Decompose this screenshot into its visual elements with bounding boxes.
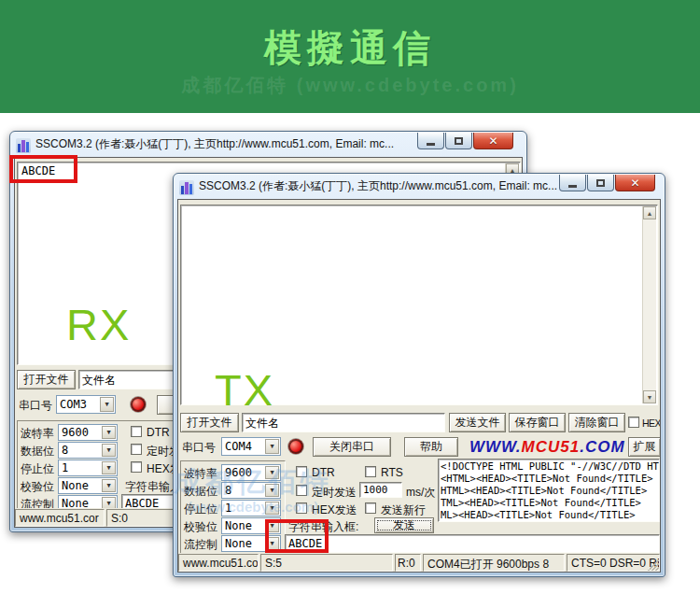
send-newline-checkbox[interactable] <box>365 502 376 514</box>
parity-select[interactable]: None ▼ <box>58 477 118 494</box>
banner-watermark: 成都亿佰特 (www.cdebyte.com) <box>0 73 700 98</box>
chevron-down-icon[interactable]: ▼ <box>265 502 279 515</box>
interval-unit-label: ms/次 <box>406 485 435 501</box>
close-button[interactable]: ✕ <box>473 133 513 149</box>
open-file-button[interactable]: 打开文件 <box>17 370 76 389</box>
flowctrl-label: 流控制 <box>184 537 217 553</box>
port-value: COM3 <box>60 398 87 411</box>
rts-label: RTS <box>381 466 403 479</box>
tx-statusbar: www.mcu51.cor S:5 R:0 COM4已打开 9600bps 8 … <box>178 553 660 572</box>
chevron-down-icon[interactable]: ▼ <box>265 466 279 479</box>
chevron-down-icon[interactable]: ▼ <box>100 397 114 412</box>
hex-display-checkbox[interactable] <box>628 417 639 428</box>
save-window-button[interactable]: 保存窗口 <box>509 413 566 432</box>
open-file-button[interactable]: 打开文件 <box>180 413 239 432</box>
rx-window-controls: ✕ <box>416 133 513 149</box>
dtr-checkbox[interactable] <box>131 426 142 437</box>
rx-direction-label: RX <box>66 299 131 350</box>
baud-label: 波特率 <box>184 466 217 482</box>
baud-select[interactable]: 9600 ▼ <box>221 464 281 481</box>
annotation-box-rx-received <box>9 155 77 183</box>
timed-send-checkbox[interactable] <box>296 485 307 496</box>
status-recv-count: R:0 <box>395 554 421 572</box>
port-label: 串口号 <box>182 440 216 456</box>
log-line: HTML><HEAD><TITLE>Not Found</TITLE> <box>441 485 657 497</box>
log-line: <HTML><HEAD><TITLE>Not Found</TITLE> <box>441 473 657 485</box>
hex-send-checkbox[interactable] <box>131 461 142 473</box>
dtr-label: DTR <box>312 466 335 479</box>
filename-field[interactable]: 文件名 <box>242 413 445 432</box>
hex-send-label: HEX发送 <box>312 502 357 518</box>
tx-client-area: TX ▲ ▼ 打开文件 文件名 发送文件 保存窗口 清除窗口 HEX显示 串口号… <box>177 199 661 573</box>
status-signals: CTS=0 DSR=0 RL <box>567 554 660 572</box>
parity-label: 校验位 <box>21 479 54 495</box>
chevron-down-icon[interactable]: ▼ <box>102 479 116 492</box>
sent-data-log[interactable]: <!DOCTYPE HTML PUBLIC "-//W3C//DTD HTML … <box>438 459 660 522</box>
send-newline-label: 发送新行 <box>381 502 426 518</box>
databits-label: 数据位 <box>184 484 217 500</box>
scroll-down-icon[interactable]: ▼ <box>643 390 656 403</box>
send-display-area[interactable]: TX ▲ ▼ <box>180 205 658 405</box>
timed-send-checkbox[interactable] <box>131 444 142 455</box>
maximize-button[interactable] <box>587 175 614 191</box>
tx-window-controls: ✕ <box>558 175 655 191</box>
databits-label: 数据位 <box>21 444 54 460</box>
scroll-up-icon[interactable]: ▲ <box>643 206 656 219</box>
resize-grip[interactable] <box>648 559 659 571</box>
tx-window: SSCOM3.2 (作者:聂小猛(丁丁), 主页http://www.mcu51… <box>173 173 665 577</box>
chevron-down-icon[interactable]: ▼ <box>265 484 279 497</box>
port-select[interactable]: COM4 ▼ <box>221 437 281 456</box>
port-status-icon <box>288 439 303 454</box>
minimize-button[interactable] <box>559 175 586 191</box>
status-port-info: COM4已打开 9600bps 8 <box>423 554 565 572</box>
maximize-button[interactable] <box>445 133 472 149</box>
send-button[interactable]: 发送 <box>374 517 434 533</box>
tx-direction-label: TX <box>215 364 274 416</box>
port-value: COM4 <box>225 440 252 453</box>
chevron-down-icon[interactable]: ▼ <box>102 444 116 457</box>
port-status-icon <box>131 397 146 412</box>
dtr-label: DTR <box>147 426 170 439</box>
baud-select[interactable]: 9600 ▼ <box>58 424 118 441</box>
rts-checkbox[interactable] <box>365 466 376 477</box>
log-line: ML><HEAD><TITLE>Not Found</TITLE> <box>441 509 657 521</box>
port-label: 串口号 <box>19 398 52 414</box>
log-line: <!DOCTYPE HTML PUBLIC "-//W3C//DTD HTML … <box>441 460 657 473</box>
banner: 模擬通信 成都亿佰特 (www.cdebyte.com) <box>0 0 700 113</box>
stopbits-select[interactable]: 1 ▼ <box>58 460 118 476</box>
close-button[interactable]: ✕ <box>615 175 655 191</box>
log-line: TML><HEAD><TITLE>Not Found</TITLE> <box>441 497 657 509</box>
status-sent-count: S:5 <box>260 554 393 572</box>
clear-window-button[interactable]: 清除窗口 <box>568 413 625 432</box>
page: 模擬通信 成都亿佰特 (www.cdebyte.com) SSCOM3.2 (作… <box>0 0 700 594</box>
hex-display-label: HEX显示 <box>642 417 661 431</box>
interval-input[interactable]: 1000 <box>359 482 402 498</box>
minimize-button[interactable] <box>417 133 444 149</box>
dtr-checkbox[interactable] <box>296 466 307 477</box>
port-select[interactable]: COM3 ▼ <box>56 395 116 414</box>
page-title: 模擬通信 <box>0 22 700 74</box>
annotation-box-tx-input <box>265 519 329 553</box>
baud-label: 波特率 <box>21 426 54 442</box>
tx-scrollbar[interactable]: ▲ ▼ <box>642 206 656 403</box>
string-input[interactable]: ABCDE <box>285 534 660 553</box>
status-site: www.mcu51.cor <box>15 509 105 527</box>
expand-button[interactable]: 扩展 <box>628 437 661 457</box>
databits-select[interactable]: 8 ▼ <box>221 482 281 499</box>
mcu51-logo: WWW.MCU51.COM <box>469 438 625 457</box>
stopbits-label: 停止位 <box>184 502 217 517</box>
chevron-down-icon[interactable]: ▼ <box>265 439 279 454</box>
send-file-button[interactable]: 发送文件 <box>449 413 506 432</box>
databits-select[interactable]: 8 ▼ <box>58 442 118 459</box>
app-icon <box>16 138 31 153</box>
parity-label: 校验位 <box>184 519 217 535</box>
timed-send-label: 定时发送 <box>312 485 357 501</box>
app-icon <box>179 180 194 195</box>
stopbits-select[interactable]: 1 ▼ <box>221 500 281 516</box>
chevron-down-icon[interactable]: ▼ <box>102 426 116 439</box>
help-button[interactable]: 帮助 <box>404 437 458 457</box>
hex-send-checkbox[interactable] <box>296 502 307 514</box>
status-site: www.mcu51.cor <box>178 554 259 572</box>
close-port-button[interactable]: 关闭串口 <box>313 437 391 457</box>
chevron-down-icon[interactable]: ▼ <box>102 461 116 474</box>
